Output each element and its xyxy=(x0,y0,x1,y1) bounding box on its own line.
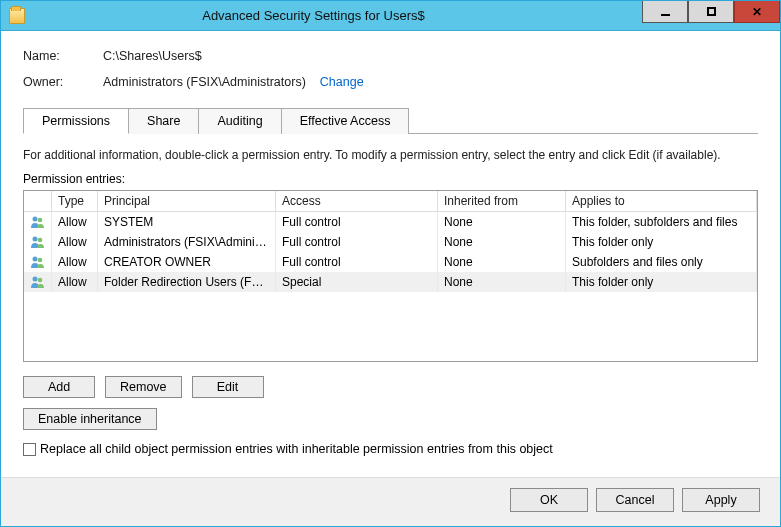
tab-permissions[interactable]: Permissions xyxy=(23,108,129,134)
tab-auditing[interactable]: Auditing xyxy=(198,108,281,134)
users-icon xyxy=(24,272,52,292)
cell-applies: Subfolders and files only xyxy=(566,252,757,272)
replace-checkbox-label: Replace all child object permission entr… xyxy=(40,442,553,456)
cell-applies: This folder only xyxy=(566,272,757,292)
folder-icon xyxy=(9,8,25,24)
entries-label: Permission entries: xyxy=(23,172,758,186)
edit-button[interactable]: Edit xyxy=(192,376,264,398)
cell-type: Allow xyxy=(52,212,98,232)
cell-principal: Administrators (FSIX\Adminis... xyxy=(98,232,276,252)
apply-button[interactable]: Apply xyxy=(682,488,760,512)
users-icon xyxy=(24,212,52,232)
cell-inherited: None xyxy=(438,272,566,292)
svg-point-6 xyxy=(32,277,37,282)
owner-row: Owner: Administrators (FSIX\Administrato… xyxy=(23,75,758,89)
owner-label: Owner: xyxy=(23,75,103,89)
cell-principal: SYSTEM xyxy=(98,212,276,232)
table-row[interactable]: AllowAdministrators (FSIX\Adminis...Full… xyxy=(24,232,757,252)
header-principal[interactable]: Principal xyxy=(98,191,276,211)
window-controls: ✕ xyxy=(642,1,780,30)
cell-principal: Folder Redirection Users (FSIX... xyxy=(98,272,276,292)
tab-share[interactable]: Share xyxy=(128,108,199,134)
header-applies[interactable]: Applies to xyxy=(566,191,757,211)
name-value: C:\Shares\Users$ xyxy=(103,49,202,63)
cell-type: Allow xyxy=(52,272,98,292)
window-frame: Advanced Security Settings for Users$ ✕ … xyxy=(0,0,781,527)
header-icon xyxy=(24,191,52,211)
add-button[interactable]: Add xyxy=(23,376,95,398)
cell-type: Allow xyxy=(52,252,98,272)
minimize-button[interactable] xyxy=(642,1,688,23)
action-buttons: Add Remove Edit xyxy=(23,376,758,398)
maximize-button[interactable] xyxy=(688,1,734,23)
name-row: Name: C:\Shares\Users$ xyxy=(23,49,758,63)
header-inherited[interactable]: Inherited from xyxy=(438,191,566,211)
owner-value: Administrators (FSIX\Administrators) xyxy=(103,75,306,89)
cell-access: Full control xyxy=(276,232,438,252)
table-row[interactable]: AllowFolder Redirection Users (FSIX...Sp… xyxy=(24,272,757,292)
tab-bar: Permissions Share Auditing Effective Acc… xyxy=(23,107,758,134)
table-header: Type Principal Access Inherited from App… xyxy=(24,191,757,212)
cell-applies: This folder only xyxy=(566,232,757,252)
dialog-footer: OK Cancel Apply xyxy=(1,477,780,526)
cell-principal: CREATOR OWNER xyxy=(98,252,276,272)
inheritance-row: Enable inheritance xyxy=(23,408,758,430)
maximize-icon xyxy=(707,7,716,16)
cell-access: Special xyxy=(276,272,438,292)
cell-access: Full control xyxy=(276,212,438,232)
minimize-icon xyxy=(661,14,670,16)
ok-button[interactable]: OK xyxy=(510,488,588,512)
svg-point-3 xyxy=(37,238,42,243)
cell-access: Full control xyxy=(276,252,438,272)
name-label: Name: xyxy=(23,49,103,63)
close-button[interactable]: ✕ xyxy=(734,1,780,23)
users-icon xyxy=(24,232,52,252)
cell-inherited: None xyxy=(438,232,566,252)
svg-point-4 xyxy=(32,257,37,262)
header-type[interactable]: Type xyxy=(52,191,98,211)
cell-inherited: None xyxy=(438,252,566,272)
cell-applies: This folder, subfolders and files xyxy=(566,212,757,232)
svg-point-0 xyxy=(32,217,37,222)
header-access[interactable]: Access xyxy=(276,191,438,211)
cell-inherited: None xyxy=(438,212,566,232)
users-icon xyxy=(24,252,52,272)
content-area: Name: C:\Shares\Users$ Owner: Administra… xyxy=(1,31,780,477)
cell-type: Allow xyxy=(52,232,98,252)
tab-effective-access[interactable]: Effective Access xyxy=(281,108,410,134)
svg-point-7 xyxy=(37,278,42,283)
table-row[interactable]: AllowCREATOR OWNERFull controlNoneSubfol… xyxy=(24,252,757,272)
replace-checkbox[interactable] xyxy=(23,443,36,456)
permissions-table: Type Principal Access Inherited from App… xyxy=(23,190,758,362)
table-body: AllowSYSTEMFull controlNoneThis folder, … xyxy=(24,212,757,292)
svg-point-1 xyxy=(37,218,42,223)
close-icon: ✕ xyxy=(752,6,762,18)
window-title: Advanced Security Settings for Users$ xyxy=(0,8,642,23)
instruction-text: For additional information, double-click… xyxy=(23,148,758,162)
svg-point-5 xyxy=(37,258,42,263)
table-row[interactable]: AllowSYSTEMFull controlNoneThis folder, … xyxy=(24,212,757,232)
enable-inheritance-button[interactable]: Enable inheritance xyxy=(23,408,157,430)
replace-checkbox-row: Replace all child object permission entr… xyxy=(23,442,758,456)
svg-point-2 xyxy=(32,237,37,242)
titlebar[interactable]: Advanced Security Settings for Users$ ✕ xyxy=(1,1,780,31)
cancel-button[interactable]: Cancel xyxy=(596,488,674,512)
remove-button[interactable]: Remove xyxy=(105,376,182,398)
change-owner-link[interactable]: Change xyxy=(320,75,364,89)
